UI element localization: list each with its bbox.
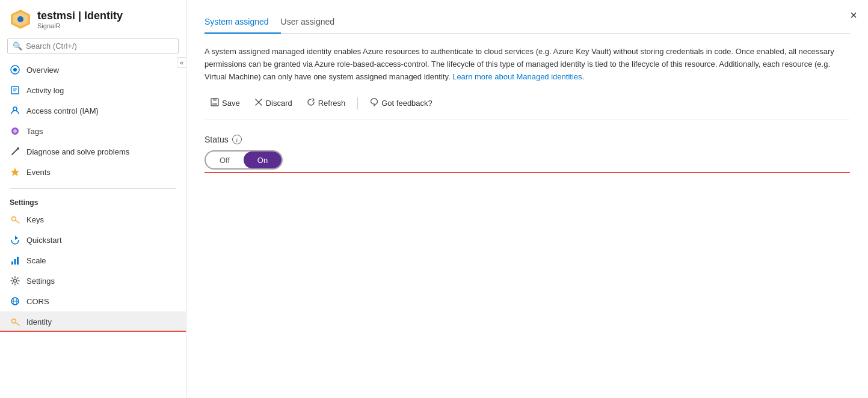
sidebar-item-cors[interactable]: CORS bbox=[0, 291, 186, 311]
settings-divider bbox=[10, 188, 176, 189]
sidebar-item-keys[interactable]: Keys bbox=[0, 209, 186, 230]
tags-icon bbox=[10, 126, 20, 136]
toggle-container: Off On bbox=[205, 150, 850, 170]
tab-bar: System assigned User assigned bbox=[205, 12, 850, 34]
discard-button[interactable]: Discard bbox=[248, 95, 298, 111]
sidebar-item-label-settings: Settings bbox=[26, 277, 55, 286]
sidebar-item-label-access-control: Access control (IAM) bbox=[26, 106, 99, 115]
sidebar-item-events[interactable]: Events bbox=[0, 162, 186, 182]
svg-marker-12 bbox=[11, 168, 19, 176]
search-input[interactable] bbox=[26, 41, 173, 51]
access-control-icon bbox=[10, 105, 20, 116]
svg-line-14 bbox=[16, 221, 19, 224]
status-section: Status i Off On bbox=[205, 135, 850, 170]
feedback-label: Got feedback? bbox=[381, 99, 432, 108]
svg-point-18 bbox=[14, 280, 17, 283]
svg-rect-26 bbox=[212, 103, 217, 105]
close-button[interactable]: × bbox=[850, 8, 857, 22]
description-text: A system assigned managed identity enabl… bbox=[205, 46, 836, 83]
sidebar-item-label-quickstart: Quickstart bbox=[26, 236, 62, 245]
discard-icon bbox=[254, 98, 263, 108]
activity-log-icon bbox=[10, 85, 20, 96]
search-icon: 🔍 bbox=[13, 41, 22, 51]
svg-rect-25 bbox=[213, 99, 217, 101]
status-label-row: Status i bbox=[205, 135, 850, 144]
keys-icon bbox=[10, 214, 20, 225]
svg-point-4 bbox=[13, 68, 17, 72]
save-icon bbox=[211, 98, 219, 108]
settings-icon bbox=[10, 275, 20, 286]
refresh-label: Refresh bbox=[318, 99, 346, 108]
diagnose-icon bbox=[10, 146, 20, 157]
main-content: System assigned User assigned A system a… bbox=[186, 0, 868, 398]
app-title-block: testmsi | Identity SignalR bbox=[37, 10, 123, 29]
status-text: Status bbox=[205, 135, 229, 144]
sidebar-item-label-keys: Keys bbox=[26, 215, 44, 224]
svg-rect-15 bbox=[11, 262, 13, 265]
sidebar-item-quickstart[interactable]: Quickstart bbox=[0, 230, 186, 250]
settings-section-label: Settings bbox=[0, 191, 186, 209]
sidebar: testmsi | Identity SignalR 🔍 « Overview … bbox=[0, 0, 186, 398]
svg-point-8 bbox=[13, 107, 17, 111]
identity-icon bbox=[10, 316, 20, 327]
tab-user-assigned[interactable]: User assigned bbox=[281, 12, 347, 34]
app-title: testmsi | Identity bbox=[37, 10, 123, 22]
settings-nav-list: Keys Quickstart Scale Settings CORS bbox=[0, 209, 186, 335]
events-icon bbox=[10, 167, 20, 177]
sidebar-item-label-tags: Tags bbox=[26, 127, 43, 136]
refresh-icon bbox=[307, 98, 315, 108]
sidebar-item-label-overview: Overview bbox=[26, 66, 59, 75]
sidebar-item-label-scale: Scale bbox=[26, 256, 46, 265]
sidebar-header: testmsi | Identity SignalR bbox=[0, 0, 186, 35]
refresh-button[interactable]: Refresh bbox=[301, 95, 352, 111]
toolbar: Save Discard Refresh Got feedback? bbox=[205, 95, 850, 120]
collapse-sidebar-button[interactable]: « bbox=[177, 57, 186, 68]
feedback-button[interactable]: Got feedback? bbox=[364, 95, 439, 111]
toggle-off-option: Off bbox=[206, 152, 244, 168]
sidebar-item-label-diagnose: Diagnose and solve problems bbox=[26, 147, 129, 156]
save-label: Save bbox=[222, 99, 240, 108]
svg-rect-5 bbox=[11, 87, 19, 94]
main-nav-list: Overview Activity log Access control (IA… bbox=[0, 60, 186, 186]
svg-rect-17 bbox=[17, 257, 19, 265]
svg-line-23 bbox=[16, 323, 19, 326]
save-button[interactable]: Save bbox=[205, 95, 246, 111]
learn-more-link[interactable]: Learn more about Managed identities bbox=[452, 72, 582, 81]
sidebar-item-identity[interactable]: Identity bbox=[0, 311, 186, 332]
sidebar-item-label-activity-log: Activity log bbox=[26, 86, 64, 95]
cors-icon bbox=[10, 296, 20, 307]
toggle-underline bbox=[205, 172, 850, 173]
svg-point-2 bbox=[17, 16, 23, 22]
sidebar-item-diagnose[interactable]: Diagnose and solve problems bbox=[0, 141, 186, 162]
svg-rect-16 bbox=[14, 259, 16, 265]
app-subtitle: SignalR bbox=[37, 22, 123, 29]
sidebar-item-label-identity: Identity bbox=[26, 317, 52, 326]
toggle-on-option: On bbox=[244, 152, 282, 168]
tab-system-assigned[interactable]: System assigned bbox=[205, 12, 281, 34]
sidebar-item-activity-log[interactable]: Activity log bbox=[0, 80, 186, 100]
toolbar-divider bbox=[357, 97, 358, 109]
sidebar-item-label-events: Events bbox=[26, 168, 51, 177]
sidebar-item-label-cors: CORS bbox=[26, 297, 49, 306]
svg-point-11 bbox=[17, 147, 19, 150]
quickstart-icon bbox=[10, 234, 20, 245]
sidebar-item-tags[interactable]: Tags bbox=[0, 121, 186, 141]
feedback-icon bbox=[370, 98, 378, 108]
discard-label: Discard bbox=[266, 99, 292, 108]
sidebar-item-settings[interactable]: Settings bbox=[0, 271, 186, 291]
search-box[interactable]: 🔍 bbox=[7, 38, 179, 54]
overview-icon bbox=[10, 64, 20, 75]
status-info-icon[interactable]: i bbox=[232, 135, 242, 144]
sidebar-item-overview[interactable]: Overview bbox=[0, 60, 186, 80]
scale-icon bbox=[10, 255, 20, 266]
app-icon bbox=[10, 8, 31, 30]
svg-point-10 bbox=[13, 129, 17, 133]
status-toggle[interactable]: Off On bbox=[205, 150, 283, 170]
sidebar-item-scale[interactable]: Scale bbox=[0, 250, 186, 271]
sidebar-item-access-control[interactable]: Access control (IAM) bbox=[0, 100, 186, 121]
